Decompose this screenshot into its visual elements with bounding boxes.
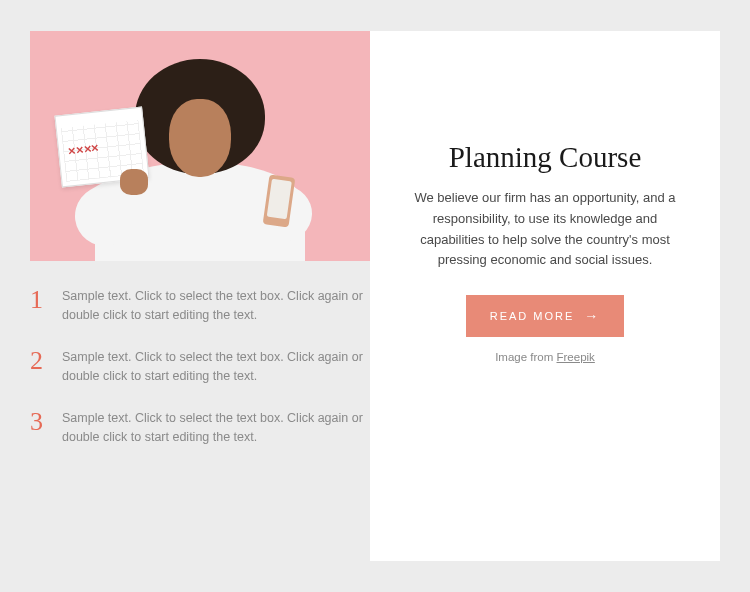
list-text[interactable]: Sample text. Click to select the text bo…: [62, 409, 370, 448]
hero-image: ✕✕✕✕: [30, 31, 370, 261]
list-item: 2 Sample text. Click to select the text …: [30, 348, 370, 387]
button-label: READ MORE: [490, 310, 575, 322]
content-container: ✕✕✕✕ 1 Sample text. Click to select the …: [30, 31, 720, 561]
left-column: ✕✕✕✕ 1 Sample text. Click to select the …: [30, 31, 370, 561]
list-number: 3: [30, 409, 48, 448]
list-text[interactable]: Sample text. Click to select the text bo…: [62, 287, 370, 326]
read-more-button[interactable]: READ MORE →: [466, 295, 625, 337]
image-credit: Image from Freepik: [495, 351, 595, 363]
numbered-list: 1 Sample text. Click to select the text …: [30, 287, 370, 447]
page-title: Planning Course: [449, 141, 642, 174]
list-number: 1: [30, 287, 48, 326]
list-text[interactable]: Sample text. Click to select the text bo…: [62, 348, 370, 387]
list-number: 2: [30, 348, 48, 387]
person-illustration: ✕✕✕✕: [70, 41, 330, 261]
body-text: We believe our firm has an opportunity, …: [400, 188, 690, 271]
credit-prefix: Image from: [495, 351, 556, 363]
list-item: 1 Sample text. Click to select the text …: [30, 287, 370, 326]
arrow-right-icon: →: [584, 308, 600, 324]
credit-link[interactable]: Freepik: [557, 351, 595, 363]
right-column: Planning Course We believe our firm has …: [370, 31, 720, 561]
list-item: 3 Sample text. Click to select the text …: [30, 409, 370, 448]
